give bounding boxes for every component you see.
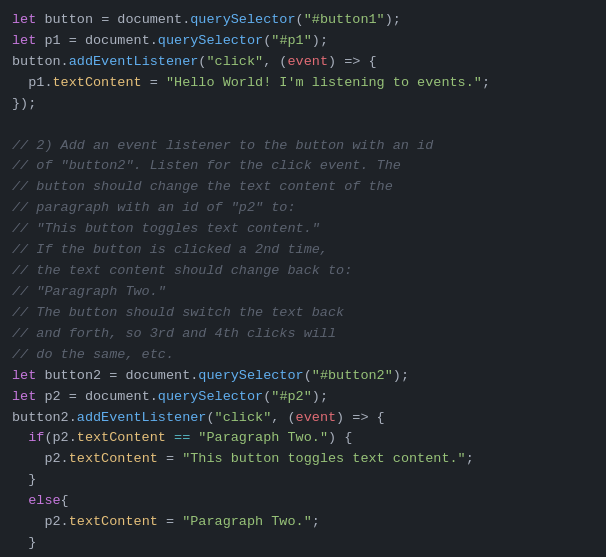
code-line: // the text content should change back t…: [12, 261, 594, 282]
code-line: // 2) Add an event listener to the butto…: [12, 136, 594, 157]
code-line: [12, 115, 594, 136]
code-line: // If the button is clicked a 2nd time,: [12, 240, 594, 261]
code-line: // paragraph with an id of "p2" to:: [12, 198, 594, 219]
code-line: // of "button2". Listen for the click ev…: [12, 156, 594, 177]
code-line: button2.addEventListener("click", (event…: [12, 408, 594, 429]
code-line: let p1 = document.querySelector("#p1");: [12, 31, 594, 52]
code-line: }: [12, 470, 594, 491]
code-line: // "Paragraph Two.": [12, 282, 594, 303]
code-line: p1.textContent = "Hello World! I'm liste…: [12, 73, 594, 94]
code-line: });: [12, 94, 594, 115]
code-line: let button = document.querySelector("#bu…: [12, 10, 594, 31]
code-line: button.addEventListener("click", (event)…: [12, 52, 594, 73]
code-editor: let button = document.querySelector("#bu…: [0, 0, 606, 557]
code-line: let button2 = document.querySelector("#b…: [12, 366, 594, 387]
code-line: // The button should switch the text bac…: [12, 303, 594, 324]
code-line: if(p2.textContent == "Paragraph Two.") {: [12, 428, 594, 449]
code-line: let p2 = document.querySelector("#p2");: [12, 387, 594, 408]
code-line: // "This button toggles text content.": [12, 219, 594, 240]
code-line: }: [12, 533, 594, 554]
code-line: p2.textContent = "Paragraph Two.";: [12, 512, 594, 533]
code-line: else{: [12, 491, 594, 512]
code-line: // button should change the text content…: [12, 177, 594, 198]
code-line: // do the same, etc.: [12, 345, 594, 366]
code-line: // and forth, so 3rd and 4th clicks will: [12, 324, 594, 345]
code-line: p2.textContent = "This button toggles te…: [12, 449, 594, 470]
